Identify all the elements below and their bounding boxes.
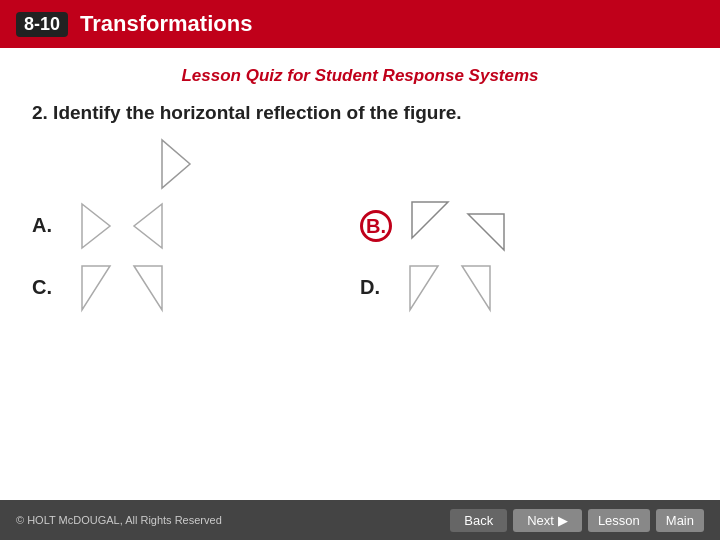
lesson-button[interactable]: Lesson	[588, 509, 650, 532]
answer-a-shape2	[124, 200, 172, 252]
footer: © HOLT McDOUGAL, All Rights Reserved Bac…	[0, 500, 720, 540]
answer-a-shape1	[72, 200, 120, 252]
answer-a-shapes	[72, 200, 172, 252]
answer-c-shape2	[124, 262, 172, 314]
header: 8-10 Transformations	[0, 0, 720, 48]
figures-area: A. B.	[32, 198, 688, 322]
answer-b-shapes	[402, 198, 510, 254]
next-label: Next	[527, 513, 554, 528]
answer-b-circle: B.	[360, 210, 392, 242]
answer-d-shape2	[452, 262, 500, 314]
back-button[interactable]: Back	[450, 509, 507, 532]
answer-a-row: A.	[32, 198, 360, 254]
answer-d-shape1	[400, 262, 448, 314]
answer-b-shape2	[458, 198, 510, 254]
svg-marker-0	[162, 140, 190, 188]
question-figure	[32, 136, 688, 192]
header-badge: 8-10	[16, 12, 68, 37]
header-title: Transformations	[80, 11, 252, 37]
svg-marker-8	[462, 266, 490, 310]
answer-b-row: B.	[360, 198, 688, 254]
svg-marker-6	[134, 266, 162, 310]
question-text: 2. Identify the horizontal reflection of…	[32, 100, 688, 126]
content-area: Lesson Quiz for Student Response Systems…	[0, 48, 720, 332]
answer-c-shape1	[72, 262, 120, 314]
svg-marker-3	[412, 202, 448, 238]
question-triangle-svg	[152, 136, 200, 192]
svg-marker-1	[82, 204, 110, 248]
answer-d-label: D.	[360, 276, 390, 299]
svg-marker-5	[82, 266, 110, 310]
answer-c-label: C.	[32, 276, 62, 299]
answer-c-row: C.	[32, 262, 360, 314]
svg-marker-4	[468, 214, 504, 250]
answer-a-label: A.	[32, 214, 62, 237]
footer-nav: Back Next ▶ Lesson Main	[450, 509, 704, 532]
svg-marker-2	[134, 204, 162, 248]
answer-b-label: B.	[360, 210, 392, 242]
answer-d-row: D.	[360, 262, 688, 314]
main-button[interactable]: Main	[656, 509, 704, 532]
svg-marker-7	[410, 266, 438, 310]
answer-c-shapes	[72, 262, 172, 314]
footer-copyright: © HOLT McDOUGAL, All Rights Reserved	[16, 514, 222, 526]
answer-d-shapes	[400, 262, 500, 314]
answer-b-shape1	[402, 198, 454, 254]
next-button[interactable]: Next ▶	[513, 509, 582, 532]
subtitle: Lesson Quiz for Student Response Systems	[32, 66, 688, 86]
